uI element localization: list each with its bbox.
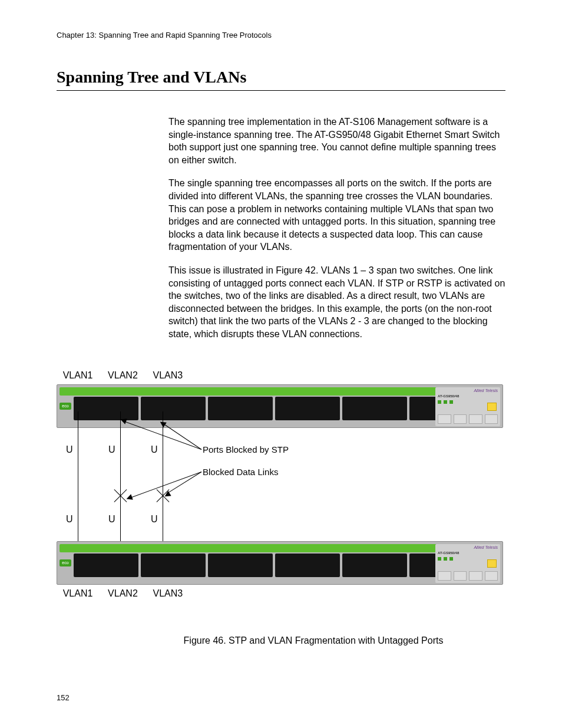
status-leds — [438, 400, 453, 404]
body-text: The spanning tree implementation in the … — [168, 116, 505, 341]
status-panel: Allied Telesis AT-GS950/48 — [435, 544, 500, 583]
u-label: U — [108, 514, 115, 525]
figure-caption: Figure 46. STP and VLAN Fragmentation wi… — [121, 635, 505, 646]
port-block — [342, 554, 407, 577]
brand-label: Allied Telesis — [474, 388, 498, 393]
port-block — [275, 554, 340, 577]
port-block — [141, 554, 206, 577]
port-block — [208, 397, 273, 420]
page-number: 152 — [57, 693, 70, 702]
u-label: U — [66, 444, 73, 455]
arrowhead-icon — [125, 494, 133, 502]
switch-faceplate — [59, 544, 475, 552]
u-label: U — [151, 444, 158, 455]
model-label: AT-GS950/48 — [438, 394, 459, 398]
model-label: AT-GS950/48 — [438, 551, 459, 555]
port-row — [74, 397, 474, 420]
figure: VLAN1 VLAN2 VLAN3 eco Allied Telesis AT-… — [57, 370, 505, 653]
status-leds — [438, 557, 453, 561]
brand-label: Allied Telesis — [474, 545, 498, 549]
sfp-slots — [438, 571, 498, 581]
switch-faceplate — [59, 387, 475, 396]
annotation-ports-blocked: Ports Blocked by STP — [203, 444, 289, 454]
vlan-labels-top: VLAN1 VLAN2 VLAN3 — [57, 370, 189, 381]
port-block — [208, 554, 273, 577]
paragraph: The single spanning tree encompasses all… — [168, 177, 505, 253]
sfp-slots — [438, 414, 498, 424]
port-block — [74, 397, 138, 420]
vlan-label: VLAN1 — [57, 588, 99, 599]
link-line — [120, 411, 121, 547]
eco-label-icon: eco — [59, 559, 71, 566]
port-row — [74, 554, 474, 577]
vlan-label: VLAN2 — [101, 370, 144, 381]
vlan-label: VLAN3 — [147, 370, 189, 381]
vlan-labels-bottom: VLAN1 VLAN2 VLAN3 — [57, 588, 189, 599]
link-line — [78, 411, 78, 547]
port-block — [342, 397, 407, 420]
vlan-label: VLAN3 — [147, 588, 189, 599]
vlan-label: VLAN2 — [101, 588, 144, 599]
port-block — [275, 397, 340, 420]
warning-icon — [487, 559, 497, 568]
u-label: U — [108, 444, 115, 455]
warning-icon — [487, 403, 497, 411]
page: Chapter 13: Spanning Tree and Rapid Span… — [0, 0, 562, 728]
port-block — [74, 554, 138, 577]
status-panel: Allied Telesis AT-GS950/48 — [435, 387, 500, 426]
u-label: U — [66, 514, 73, 525]
annotation-blocked-links: Blocked Data Links — [203, 467, 278, 477]
port-block — [141, 397, 206, 420]
switch-bottom: eco Allied Telesis AT-GS950/48 — [57, 541, 503, 585]
paragraph: This issue is illustrated in Figure 42. … — [168, 264, 505, 341]
vlan-label: VLAN1 — [57, 370, 99, 381]
link-line — [163, 411, 163, 547]
paragraph: The spanning tree implementation in the … — [168, 116, 505, 166]
eco-label-icon: eco — [59, 403, 71, 410]
chapter-header: Chapter 13: Spanning Tree and Rapid Span… — [57, 31, 505, 39]
u-label: U — [151, 514, 158, 525]
section-title: Spanning Tree and VLANs — [57, 68, 505, 91]
